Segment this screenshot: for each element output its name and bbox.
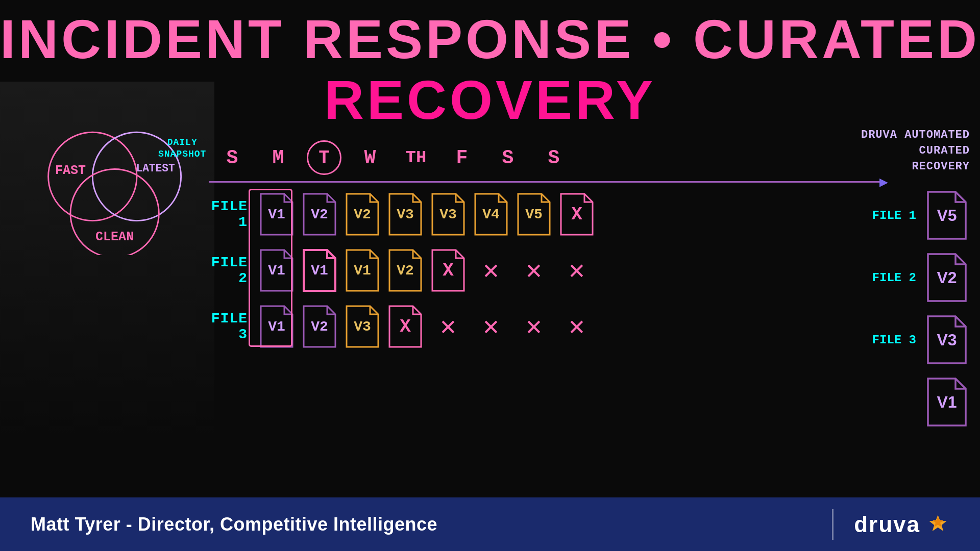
druva-star-icon	[926, 513, 949, 536]
file3-row: FILE 3 V1 V2 V3 X ✕ ✕ ✕	[204, 304, 924, 349]
bottom-banner: Matt Tyrer - Director, Competitive Intel…	[0, 497, 980, 551]
day-s2: S	[485, 147, 531, 169]
file1-v3-1: V3	[385, 192, 425, 237]
recovery-file3-label: FILE 3	[872, 333, 916, 347]
file2-x1: X	[428, 248, 468, 293]
title-recovery: RECoVERY	[324, 69, 656, 131]
file2-x2: ✕	[471, 248, 511, 293]
file1-v1: V1	[257, 192, 297, 237]
recovery-file4-box: V1	[924, 377, 970, 428]
file2-v1-3: V1	[342, 248, 382, 293]
file2-row: FILE 2 V1 V1 V1 V2 X ✕	[204, 248, 924, 293]
banner-divider	[832, 509, 834, 540]
file3-x3: ✕	[471, 304, 511, 349]
recovery-file2-row: FILE 2 V2	[857, 252, 970, 303]
druva-automated-title: DRUVA AUTOMATED CURATED RECOVERY	[857, 128, 970, 174]
title-dot: •	[652, 8, 693, 70]
file1-row: FILE 1 V1 V2 V2 V3 V3 V4	[204, 192, 924, 237]
recovery-file4-row: V1	[857, 377, 970, 428]
svg-text:FAST: FAST	[55, 163, 86, 178]
file3-v2: V2	[300, 304, 339, 349]
file1-v2-2: V2	[342, 192, 382, 237]
file2-x3: ✕	[514, 248, 554, 293]
recovery-file2-box: V2	[924, 252, 970, 303]
file3-v1: V1	[257, 304, 297, 349]
recovery-file3-box: V3	[924, 314, 970, 365]
file1-label: FILE 1	[204, 198, 255, 230]
daily-snapshot-label: DAILYSNAPSHOT	[158, 137, 206, 161]
day-s3: S	[531, 147, 577, 169]
file2-v1-1: V1	[257, 248, 297, 293]
file2-label: FILE 2	[204, 255, 255, 286]
file3-x5: ✕	[557, 304, 597, 349]
file3-label: FILE 3	[204, 311, 255, 342]
title-incident: INCIDENT RESPONSE	[0, 8, 634, 70]
svg-text:LATEST: LATEST	[136, 162, 175, 174]
file1-v3-2: V3	[428, 192, 468, 237]
day-m: M	[255, 147, 301, 169]
file3-x2: ✕	[428, 304, 468, 349]
presenter-name: Matt Tyrer - Director, Competitive Intel…	[31, 514, 437, 535]
file2-x4: ✕	[557, 248, 597, 293]
recovery-file3-row: FILE 3 V3	[857, 314, 970, 365]
day-f: F	[439, 147, 485, 169]
recovery-file1-label: FILE 1	[872, 209, 916, 222]
file1-v5: V5	[514, 192, 554, 237]
recovery-file1-box: V5	[924, 190, 970, 241]
file3-x4: ✕	[514, 304, 554, 349]
title-curated: CURATED	[693, 8, 980, 70]
day-labels: S M T W TH F S S	[209, 140, 924, 175]
file3-v3: V3	[342, 304, 382, 349]
day-th: TH	[393, 148, 439, 167]
file2-v2: V2	[385, 248, 425, 293]
druva-logo: druva	[854, 512, 949, 537]
file2-v1-2: V1	[300, 248, 339, 293]
day-t-highlighted: T	[307, 140, 341, 175]
recovery-file2-label: FILE 2	[872, 271, 916, 285]
day-s1: S	[209, 147, 255, 169]
timeline-area: S M T W TH F S S ▶ FILE 1 V1 V2 V2	[204, 140, 924, 360]
file1-v4: V4	[471, 192, 511, 237]
file1-v2-1: V2	[300, 192, 339, 237]
recovery-file1-row: FILE 1 V5	[857, 190, 970, 241]
right-panel: DRUVA AUTOMATED CURATED RECOVERY FILE 1 …	[857, 128, 970, 439]
svg-text:CLEAN: CLEAN	[95, 230, 134, 244]
day-w: W	[347, 147, 393, 169]
file1-x: X	[557, 192, 597, 237]
druva-logo-text: druva	[854, 512, 920, 537]
file3-x1: X	[385, 304, 425, 349]
